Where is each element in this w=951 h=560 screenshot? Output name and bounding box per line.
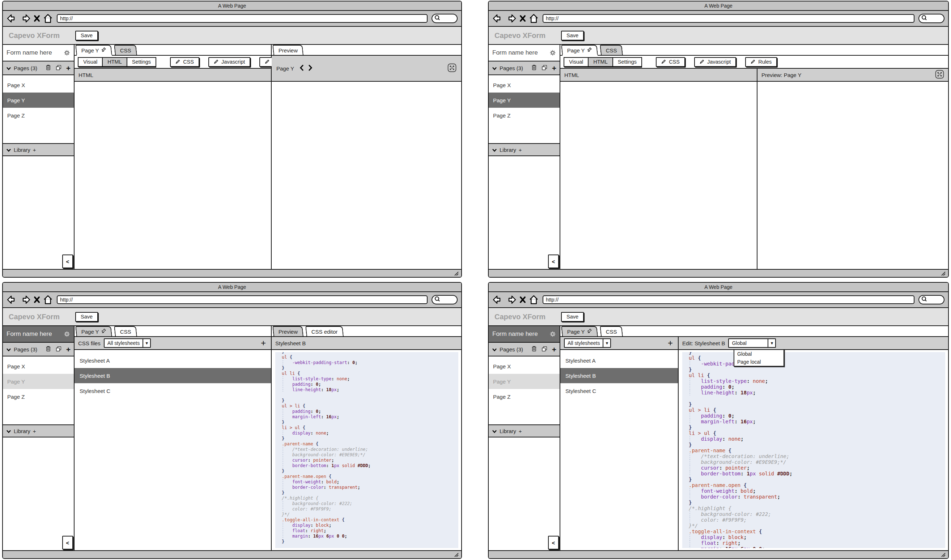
stylesheet-item[interactable]: Stylesheet B (74, 368, 271, 383)
save-button[interactable]: Save (75, 31, 98, 40)
form-name-field[interactable]: Form name here (489, 326, 560, 343)
duplicate-icon[interactable] (541, 65, 547, 72)
form-name-field[interactable]: Form name here (3, 45, 74, 62)
pages-accordion-header[interactable]: Pages (3) + (3, 343, 74, 357)
add-library-item-button[interactable]: + (519, 428, 522, 434)
stop-icon[interactable] (33, 296, 40, 304)
visual-button[interactable]: Visual (564, 57, 589, 67)
home-icon[interactable] (529, 295, 539, 305)
form-name-field[interactable]: Form name here (3, 326, 74, 343)
tab-css[interactable]: CSS (600, 326, 623, 336)
tab-css[interactable]: CSS (600, 45, 623, 55)
stylesheet-item[interactable]: Stylesheet C (560, 383, 678, 398)
tab-css-editor[interactable]: CSS editor (305, 326, 343, 336)
stylesheet-item[interactable]: Stylesheet B (560, 368, 678, 383)
scope-select[interactable]: Global ▼ (728, 338, 776, 348)
forward-icon[interactable] (20, 295, 31, 305)
trash-icon[interactable] (46, 65, 51, 72)
add-page-button[interactable]: + (552, 65, 556, 72)
sidebar-page-item[interactable]: Page Z (3, 108, 74, 123)
back-icon[interactable] (492, 295, 503, 305)
search-box[interactable] (919, 14, 945, 23)
search-box[interactable] (432, 295, 458, 305)
collapse-sidebar-button[interactable]: < (548, 536, 559, 549)
resize-grip-icon[interactable] (453, 552, 459, 559)
pages-accordion-header[interactable]: Pages (3) + (489, 343, 560, 357)
pages-accordion-header[interactable]: Pages (3) + (3, 62, 74, 75)
duplicate-icon[interactable] (541, 346, 547, 353)
home-icon[interactable] (43, 14, 53, 23)
edit-javascript-button[interactable]: Javascript (208, 57, 250, 67)
library-accordion-header[interactable]: Library + (489, 144, 560, 156)
home-icon[interactable] (529, 14, 539, 23)
sidebar-page-item[interactable]: Page Y (3, 374, 74, 389)
search-box[interactable] (432, 14, 458, 23)
tab-preview[interactable]: Preview (272, 326, 304, 336)
css-code-editor[interactable]: }ul { -webkit-padding-start: 0;}ul li { … (275, 352, 458, 548)
tab-page-y[interactable]: Page Y (75, 326, 112, 336)
edit-javascript-button[interactable]: Javascript (694, 57, 736, 67)
url-input[interactable]: http:// (57, 295, 428, 304)
library-accordion-header[interactable]: Library + (489, 425, 560, 437)
gear-icon[interactable] (549, 331, 556, 337)
form-name-field[interactable]: Form name here (489, 45, 560, 62)
home-icon[interactable] (43, 295, 53, 305)
stop-icon[interactable] (33, 14, 40, 22)
scope-option-global[interactable]: Global (734, 350, 783, 358)
url-input[interactable]: http:// (57, 14, 428, 23)
sidebar-page-item[interactable]: Page Z (489, 389, 560, 404)
html-editor-body[interactable] (74, 82, 271, 269)
add-stylesheet-button[interactable]: + (261, 339, 267, 348)
settings-button[interactable]: Settings (612, 57, 642, 67)
prev-page-icon[interactable] (299, 65, 304, 72)
edit-css-button[interactable]: CSS (656, 57, 685, 67)
trash-icon[interactable] (532, 65, 537, 72)
tab-css[interactable]: CSS (114, 45, 137, 55)
tab-css[interactable]: CSS (114, 326, 137, 336)
add-library-item-button[interactable]: + (33, 147, 36, 153)
tab-page-y[interactable]: Page Y (75, 45, 112, 55)
sidebar-page-item[interactable]: Page X (489, 358, 560, 374)
stylesheet-filter-select[interactable]: All stylesheets ▼ (564, 338, 611, 348)
sidebar-page-item[interactable]: Page Z (3, 389, 74, 404)
add-page-button[interactable]: + (552, 346, 556, 353)
html-button[interactable]: HTML (102, 57, 127, 67)
sidebar-page-item[interactable]: Page Y (3, 92, 74, 108)
css-code-editor[interactable]: }ul { -webkit-padding-start: 0;}ul li { … (682, 352, 945, 548)
add-library-item-button[interactable]: + (519, 147, 522, 153)
sidebar-page-item[interactable]: Page X (3, 77, 74, 92)
collapse-sidebar-button[interactable]: < (62, 536, 73, 549)
gear-icon[interactable] (64, 49, 70, 56)
pin-icon[interactable] (102, 47, 106, 54)
gear-icon[interactable] (64, 331, 70, 337)
back-icon[interactable] (6, 14, 17, 23)
pages-accordion-header[interactable]: Pages (3) + (489, 62, 560, 75)
sidebar-page-item[interactable]: Page Y (489, 374, 560, 389)
search-box[interactable] (919, 295, 945, 305)
pin-icon[interactable] (587, 328, 592, 335)
add-page-button[interactable]: + (66, 65, 71, 72)
sidebar-page-item[interactable]: Page Y (489, 92, 560, 108)
stop-icon[interactable] (519, 296, 526, 304)
save-button[interactable]: Save (561, 312, 584, 322)
edit-rules-button[interactable]: Rules (745, 57, 777, 67)
resize-grip-icon[interactable] (453, 271, 459, 278)
duplicate-icon[interactable] (56, 65, 62, 72)
back-icon[interactable] (492, 14, 503, 23)
tab-preview[interactable]: Preview (272, 45, 304, 55)
sidebar-page-item[interactable]: Page X (3, 358, 74, 374)
add-page-button[interactable]: + (66, 346, 71, 353)
edit-css-button[interactable]: CSS (170, 57, 199, 67)
expand-preview-icon[interactable] (935, 70, 944, 80)
back-icon[interactable] (6, 295, 17, 305)
sidebar-page-item[interactable]: Page Z (489, 108, 560, 123)
add-library-item-button[interactable]: + (33, 428, 36, 434)
forward-icon[interactable] (20, 14, 31, 23)
html-button[interactable]: HTML (588, 57, 613, 67)
scope-option-page-local[interactable]: Page local (734, 358, 783, 366)
settings-button[interactable]: Settings (126, 57, 156, 67)
url-input[interactable]: http:// (543, 14, 914, 23)
trash-icon[interactable] (532, 346, 537, 353)
forward-icon[interactable] (506, 295, 516, 305)
pin-icon[interactable] (587, 47, 592, 54)
